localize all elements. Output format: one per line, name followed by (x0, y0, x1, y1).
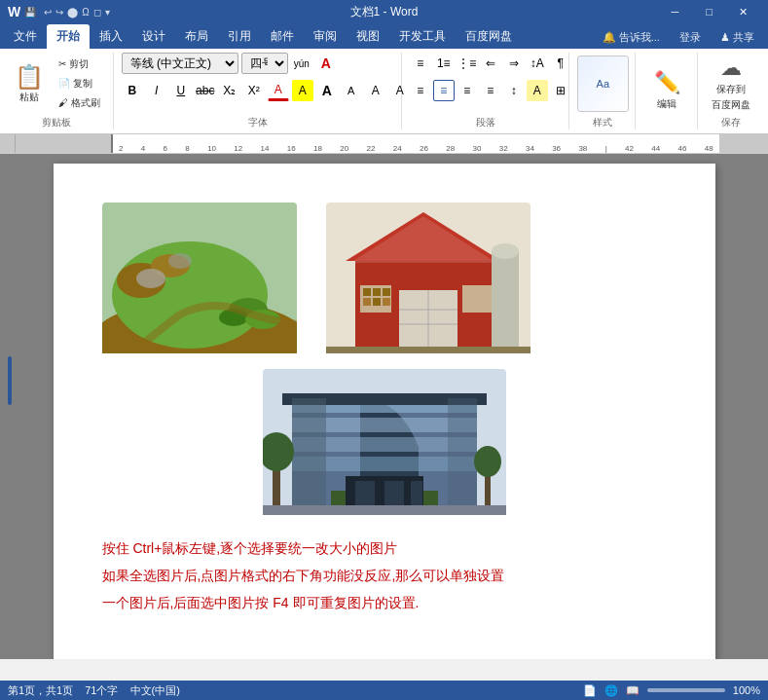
styles-label: 样式 (577, 114, 629, 129)
qat-redo[interactable]: ↪ (55, 7, 63, 18)
font-family-select[interactable]: 等线 (中文正文) (122, 53, 238, 74)
tab-home[interactable]: 开始 (47, 24, 90, 49)
title-bar: W 💾 ↩ ↪ ⬤ Ω ◻ ▾ 文档1 - Word ─ □ ✕ (0, 0, 768, 23)
word-count[interactable]: 71个字 (85, 683, 118, 698)
svg-point-5 (136, 269, 165, 288)
maximize-button[interactable]: □ (692, 0, 726, 23)
strikethrough-button[interactable]: abc (195, 80, 216, 101)
list-multi-btn[interactable]: ⋮≡ (457, 53, 478, 74)
font-A-btn[interactable]: A (315, 53, 337, 74)
tab-file[interactable]: 文件 (4, 24, 47, 49)
window-controls: ─ □ ✕ (658, 0, 760, 23)
tab-dev[interactable]: 开发工具 (389, 24, 456, 49)
cut-button[interactable]: ✂ 剪切 (54, 55, 105, 73)
line-spacing-btn[interactable]: ↕ (503, 80, 525, 101)
qat-omega[interactable]: Ω (82, 7, 89, 18)
font-size-select[interactable]: 四号 (241, 53, 288, 74)
shading-btn[interactable]: A (527, 80, 548, 101)
ribbon-group-clipboard: 📋 粘贴 ✂ 剪切 📄 复制 🖌 格式刷 剪贴板 (6, 53, 114, 129)
indent-decrease-btn[interactable]: ⇐ (480, 53, 501, 74)
ribbon-group-baidu: ☁ 保存到 百度网盘 保存 (704, 53, 762, 129)
zoom-slider[interactable] (647, 688, 725, 692)
tab-design[interactable]: 设计 (132, 24, 175, 49)
styles-box[interactable]: Aa (577, 55, 629, 112)
bold-button[interactable]: B (122, 80, 143, 101)
tab-mail[interactable]: 邮件 (261, 24, 304, 49)
highlight-btn[interactable]: A (292, 80, 313, 101)
svg-rect-40 (263, 505, 506, 515)
paste-button[interactable]: 📋 粘贴 (8, 53, 51, 114)
svg-rect-22 (363, 298, 371, 306)
ruler-ticks: 2468101214161820222426283032343638|42444… (117, 144, 715, 153)
editing-group-label (643, 128, 691, 129)
page-info[interactable]: 第1页，共1页 (8, 683, 73, 698)
baidu-save-button[interactable]: ☁ 保存到 百度网盘 (706, 56, 756, 111)
superscript-button[interactable]: X² (243, 80, 265, 101)
underline-button[interactable]: U (170, 80, 192, 101)
svg-rect-25 (462, 285, 494, 313)
font-color-btn[interactable]: A (268, 80, 289, 101)
qat-shape[interactable]: ◻ (93, 7, 101, 18)
align-left-btn[interactable]: ≡ (410, 80, 431, 101)
title-text: 文档1 - Word (350, 4, 419, 20)
word-icon: W (8, 4, 20, 19)
text-line-3: 一个图片后,后面选中图片按 F4 即可重复图片的设置. (102, 589, 667, 616)
ruler-left (0, 134, 16, 153)
svg-rect-20 (373, 288, 381, 296)
font-yun-btn[interactable]: yún (291, 53, 312, 74)
title-bar-left: W 💾 ↩ ↪ ⬤ Ω ◻ ▾ (8, 4, 110, 19)
zoom-level[interactable]: 100% (733, 684, 760, 696)
barn-image (326, 203, 530, 353)
tab-baidu[interactable]: 百度网盘 (456, 24, 522, 49)
tab-help[interactable]: 🔔 告诉我... (593, 26, 670, 49)
qat-circle[interactable]: ⬤ (67, 7, 78, 18)
qat-dropdown[interactable]: ▾ (105, 7, 110, 18)
subscript-button[interactable]: X₂ (219, 80, 240, 101)
view-read-icon[interactable]: 📖 (626, 684, 640, 697)
tab-share[interactable]: ♟ 共享 (711, 26, 764, 49)
font-size-decrease-btn[interactable]: A (341, 80, 362, 101)
font-size-increase-btn[interactable]: A (316, 80, 338, 101)
border-btn[interactable]: ⊞ (550, 80, 571, 101)
justify-btn[interactable]: ≡ (480, 80, 501, 101)
qat-save[interactable]: 💾 (24, 7, 36, 18)
tab-insert[interactable]: 插入 (90, 24, 132, 49)
show-marks-btn[interactable]: ¶ (550, 53, 571, 74)
list-number-btn[interactable]: 1≡ (433, 53, 455, 74)
view-print-icon[interactable]: 📄 (583, 684, 597, 697)
indent-increase-btn[interactable]: ⇒ (503, 53, 525, 74)
format-painter-button[interactable]: 🖌 格式刷 (54, 94, 105, 112)
ribbon-group-styles: Aa 样式 (575, 53, 636, 129)
tab-review[interactable]: 审阅 (304, 24, 347, 49)
document-area[interactable]: 按住 Ctrl+鼠标左键,逐个选择要统一改大小的图片 如果全选图片后,点图片格式… (0, 154, 768, 659)
images-row2 (102, 369, 667, 515)
baidu-label2: 百度网盘 (712, 98, 750, 112)
svg-rect-44 (448, 398, 477, 505)
svg-point-27 (492, 243, 519, 259)
text-effect-btn[interactable]: A (365, 80, 386, 101)
list-bullet-btn[interactable]: ≡ (410, 53, 431, 74)
tab-view[interactable]: 视图 (347, 24, 389, 49)
ruler-margin-right (719, 134, 768, 153)
qat-undo[interactable]: ↩ (44, 7, 52, 18)
language[interactable]: 中文(中国) (130, 683, 180, 698)
editing-button[interactable]: ✏️ 编辑 (643, 63, 691, 118)
tab-login[interactable]: 登录 (670, 26, 711, 49)
tab-references[interactable]: 引用 (218, 24, 261, 49)
italic-button[interactable]: I (146, 80, 167, 101)
styles-icon: Aa (597, 78, 609, 90)
view-web-icon[interactable]: 🌐 (604, 684, 618, 697)
tab-layout[interactable]: 布局 (175, 24, 218, 49)
copy-button[interactable]: 📄 复制 (54, 75, 105, 92)
font-row1: 等线 (中文正文) 四号 yún A (122, 53, 337, 74)
svg-rect-26 (492, 251, 519, 349)
align-right-btn[interactable]: ≡ (457, 80, 478, 101)
minimize-button[interactable]: ─ (658, 0, 692, 23)
ribbon-tabs: 文件 开始 插入 设计 布局 引用 邮件 审阅 视图 开发工具 百度网盘 🔔 告… (0, 23, 768, 49)
sort-btn[interactable]: ↕A (527, 53, 548, 74)
text-line-1: 按住 Ctrl+鼠标左键,逐个选择要统一改大小的图片 (102, 534, 667, 562)
close-button[interactable]: ✕ (726, 0, 760, 23)
align-center-btn[interactable]: ≡ (433, 80, 455, 101)
ribbon-group-paragraph: ≡ 1≡ ⋮≡ ⇐ ⇒ ↕A ¶ ≡ ≡ ≡ ≡ ↕ A ⊞ 段落 (408, 53, 569, 129)
svg-rect-43 (292, 398, 326, 505)
